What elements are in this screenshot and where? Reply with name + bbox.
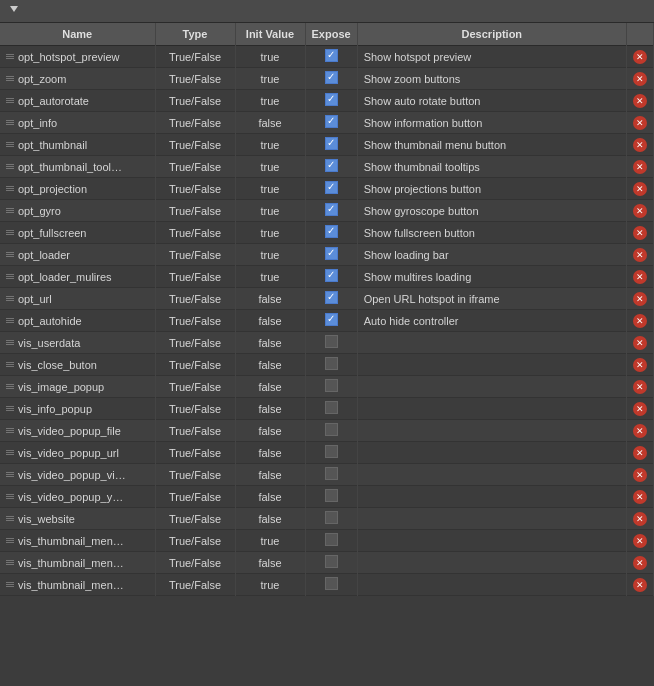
checkbox-checked[interactable] (325, 49, 338, 62)
delete-button[interactable]: ✕ (633, 116, 647, 130)
delete-button[interactable]: ✕ (633, 358, 647, 372)
drag-handle[interactable] (6, 274, 16, 279)
cell-delete[interactable]: ✕ (627, 178, 654, 200)
cell-expose[interactable] (305, 156, 357, 178)
cell-delete[interactable]: ✕ (627, 464, 654, 486)
delete-button[interactable]: ✕ (633, 72, 647, 86)
cell-delete[interactable]: ✕ (627, 442, 654, 464)
delete-button[interactable]: ✕ (633, 424, 647, 438)
delete-button[interactable]: ✕ (633, 402, 647, 416)
checkbox-checked[interactable] (325, 247, 338, 260)
cell-expose[interactable] (305, 486, 357, 508)
cell-delete[interactable]: ✕ (627, 156, 654, 178)
delete-button[interactable]: ✕ (633, 512, 647, 526)
checkbox-unchecked[interactable] (325, 357, 338, 370)
cell-delete[interactable]: ✕ (627, 90, 654, 112)
cell-expose[interactable] (305, 244, 357, 266)
cell-expose[interactable] (305, 112, 357, 134)
cell-expose[interactable] (305, 552, 357, 574)
checkbox-checked[interactable] (325, 115, 338, 128)
cell-delete[interactable]: ✕ (627, 134, 654, 156)
checkbox-unchecked[interactable] (325, 335, 338, 348)
delete-button[interactable]: ✕ (633, 292, 647, 306)
cell-delete[interactable]: ✕ (627, 222, 654, 244)
cell-expose[interactable] (305, 68, 357, 90)
drag-handle[interactable] (6, 384, 16, 389)
cell-delete[interactable]: ✕ (627, 508, 654, 530)
checkbox-unchecked[interactable] (325, 445, 338, 458)
cell-expose[interactable] (305, 178, 357, 200)
drag-handle[interactable] (6, 450, 16, 455)
checkbox-checked[interactable] (325, 291, 338, 304)
cell-delete[interactable]: ✕ (627, 68, 654, 90)
drag-handle[interactable] (6, 494, 16, 499)
delete-button[interactable]: ✕ (633, 556, 647, 570)
delete-button[interactable]: ✕ (633, 534, 647, 548)
checkbox-checked[interactable] (325, 203, 338, 216)
drag-handle[interactable] (6, 538, 16, 543)
checkbox-unchecked[interactable] (325, 401, 338, 414)
checkbox-checked[interactable] (325, 225, 338, 238)
checkbox-checked[interactable] (325, 269, 338, 282)
cell-delete[interactable]: ✕ (627, 46, 654, 68)
cell-delete[interactable]: ✕ (627, 310, 654, 332)
delete-button[interactable]: ✕ (633, 160, 647, 174)
checkbox-unchecked[interactable] (325, 467, 338, 480)
drag-handle[interactable] (6, 340, 16, 345)
cell-expose[interactable] (305, 222, 357, 244)
delete-button[interactable]: ✕ (633, 468, 647, 482)
cell-delete[interactable]: ✕ (627, 112, 654, 134)
drag-handle[interactable] (6, 208, 16, 213)
checkbox-checked[interactable] (325, 93, 338, 106)
cell-expose[interactable] (305, 376, 357, 398)
cell-delete[interactable]: ✕ (627, 530, 654, 552)
delete-button[interactable]: ✕ (633, 50, 647, 64)
drag-handle[interactable] (6, 318, 16, 323)
cell-delete[interactable]: ✕ (627, 288, 654, 310)
cell-delete[interactable]: ✕ (627, 244, 654, 266)
cell-delete[interactable]: ✕ (627, 266, 654, 288)
cell-expose[interactable] (305, 398, 357, 420)
cell-delete[interactable]: ✕ (627, 486, 654, 508)
checkbox-unchecked[interactable] (325, 577, 338, 590)
delete-button[interactable]: ✕ (633, 248, 647, 262)
drag-handle[interactable] (6, 472, 16, 477)
delete-button[interactable]: ✕ (633, 182, 647, 196)
drag-handle[interactable] (6, 54, 16, 59)
variables-section-header[interactable] (0, 0, 654, 23)
cell-expose[interactable] (305, 354, 357, 376)
cell-expose[interactable] (305, 420, 357, 442)
cell-delete[interactable]: ✕ (627, 574, 654, 596)
cell-delete[interactable]: ✕ (627, 552, 654, 574)
drag-handle[interactable] (6, 516, 16, 521)
drag-handle[interactable] (6, 406, 16, 411)
cell-expose[interactable] (305, 200, 357, 222)
cell-expose[interactable] (305, 574, 357, 596)
cell-delete[interactable]: ✕ (627, 398, 654, 420)
drag-handle[interactable] (6, 296, 16, 301)
delete-button[interactable]: ✕ (633, 336, 647, 350)
delete-button[interactable]: ✕ (633, 226, 647, 240)
checkbox-checked[interactable] (325, 159, 338, 172)
delete-button[interactable]: ✕ (633, 578, 647, 592)
drag-handle[interactable] (6, 428, 16, 433)
cell-expose[interactable] (305, 288, 357, 310)
drag-handle[interactable] (6, 120, 16, 125)
checkbox-unchecked[interactable] (325, 379, 338, 392)
drag-handle[interactable] (6, 560, 16, 565)
drag-handle[interactable] (6, 230, 16, 235)
cell-expose[interactable] (305, 134, 357, 156)
delete-button[interactable]: ✕ (633, 204, 647, 218)
delete-button[interactable]: ✕ (633, 94, 647, 108)
cell-delete[interactable]: ✕ (627, 354, 654, 376)
cell-expose[interactable] (305, 508, 357, 530)
drag-handle[interactable] (6, 142, 16, 147)
cell-expose[interactable] (305, 442, 357, 464)
cell-delete[interactable]: ✕ (627, 332, 654, 354)
cell-expose[interactable] (305, 332, 357, 354)
delete-button[interactable]: ✕ (633, 138, 647, 152)
checkbox-unchecked[interactable] (325, 511, 338, 524)
cell-expose[interactable] (305, 266, 357, 288)
delete-button[interactable]: ✕ (633, 314, 647, 328)
cell-delete[interactable]: ✕ (627, 376, 654, 398)
